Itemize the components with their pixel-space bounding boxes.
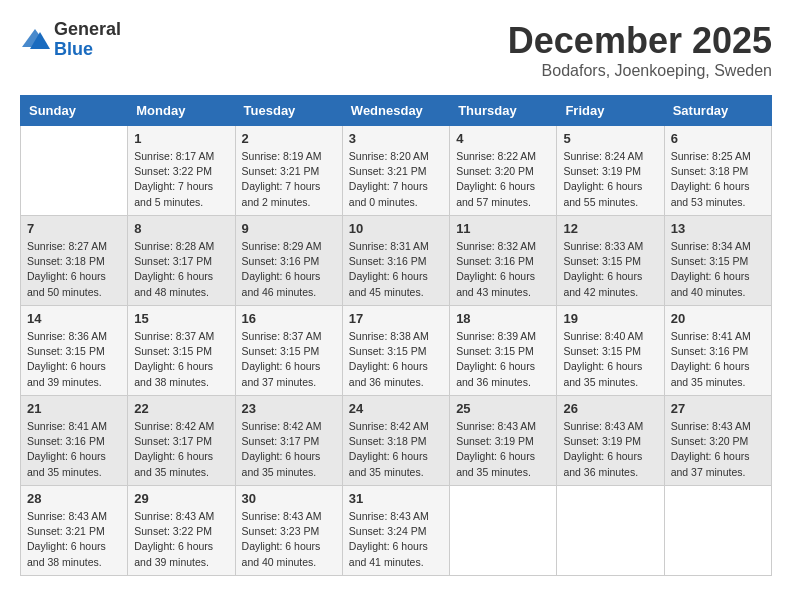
calendar-cell: 21Sunrise: 8:41 AM Sunset: 3:16 PM Dayli… bbox=[21, 396, 128, 486]
day-info: Sunrise: 8:42 AM Sunset: 3:17 PM Dayligh… bbox=[134, 419, 228, 480]
calendar-cell: 31Sunrise: 8:43 AM Sunset: 3:24 PM Dayli… bbox=[342, 486, 449, 576]
day-info: Sunrise: 8:36 AM Sunset: 3:15 PM Dayligh… bbox=[27, 329, 121, 390]
calendar-cell: 17Sunrise: 8:38 AM Sunset: 3:15 PM Dayli… bbox=[342, 306, 449, 396]
calendar-cell: 16Sunrise: 8:37 AM Sunset: 3:15 PM Dayli… bbox=[235, 306, 342, 396]
calendar-cell: 30Sunrise: 8:43 AM Sunset: 3:23 PM Dayli… bbox=[235, 486, 342, 576]
calendar-cell: 11Sunrise: 8:32 AM Sunset: 3:16 PM Dayli… bbox=[450, 216, 557, 306]
calendar-cell: 22Sunrise: 8:42 AM Sunset: 3:17 PM Dayli… bbox=[128, 396, 235, 486]
month-title: December 2025 bbox=[508, 20, 772, 62]
day-header-tuesday: Tuesday bbox=[235, 96, 342, 126]
calendar-cell bbox=[557, 486, 664, 576]
day-number: 10 bbox=[349, 221, 443, 236]
day-header-friday: Friday bbox=[557, 96, 664, 126]
day-info: Sunrise: 8:31 AM Sunset: 3:16 PM Dayligh… bbox=[349, 239, 443, 300]
calendar-cell: 25Sunrise: 8:43 AM Sunset: 3:19 PM Dayli… bbox=[450, 396, 557, 486]
day-number: 17 bbox=[349, 311, 443, 326]
day-info: Sunrise: 8:27 AM Sunset: 3:18 PM Dayligh… bbox=[27, 239, 121, 300]
day-number: 14 bbox=[27, 311, 121, 326]
day-info: Sunrise: 8:19 AM Sunset: 3:21 PM Dayligh… bbox=[242, 149, 336, 210]
day-number: 22 bbox=[134, 401, 228, 416]
day-info: Sunrise: 8:37 AM Sunset: 3:15 PM Dayligh… bbox=[134, 329, 228, 390]
calendar-cell: 27Sunrise: 8:43 AM Sunset: 3:20 PM Dayli… bbox=[664, 396, 771, 486]
day-number: 21 bbox=[27, 401, 121, 416]
day-number: 29 bbox=[134, 491, 228, 506]
day-number: 16 bbox=[242, 311, 336, 326]
day-info: Sunrise: 8:37 AM Sunset: 3:15 PM Dayligh… bbox=[242, 329, 336, 390]
day-info: Sunrise: 8:43 AM Sunset: 3:20 PM Dayligh… bbox=[671, 419, 765, 480]
day-number: 2 bbox=[242, 131, 336, 146]
day-number: 30 bbox=[242, 491, 336, 506]
calendar-header-row: SundayMondayTuesdayWednesdayThursdayFrid… bbox=[21, 96, 772, 126]
logo-text: General Blue bbox=[54, 20, 121, 60]
calendar-cell: 6Sunrise: 8:25 AM Sunset: 3:18 PM Daylig… bbox=[664, 126, 771, 216]
calendar-cell: 13Sunrise: 8:34 AM Sunset: 3:15 PM Dayli… bbox=[664, 216, 771, 306]
day-number: 25 bbox=[456, 401, 550, 416]
calendar-cell bbox=[21, 126, 128, 216]
day-info: Sunrise: 8:29 AM Sunset: 3:16 PM Dayligh… bbox=[242, 239, 336, 300]
calendar-week-row: 21Sunrise: 8:41 AM Sunset: 3:16 PM Dayli… bbox=[21, 396, 772, 486]
day-info: Sunrise: 8:42 AM Sunset: 3:18 PM Dayligh… bbox=[349, 419, 443, 480]
day-number: 11 bbox=[456, 221, 550, 236]
calendar-cell: 28Sunrise: 8:43 AM Sunset: 3:21 PM Dayli… bbox=[21, 486, 128, 576]
location: Bodafors, Joenkoeping, Sweden bbox=[508, 62, 772, 80]
day-info: Sunrise: 8:43 AM Sunset: 3:24 PM Dayligh… bbox=[349, 509, 443, 570]
day-number: 20 bbox=[671, 311, 765, 326]
calendar-cell: 8Sunrise: 8:28 AM Sunset: 3:17 PM Daylig… bbox=[128, 216, 235, 306]
day-number: 19 bbox=[563, 311, 657, 326]
day-number: 23 bbox=[242, 401, 336, 416]
calendar-cell: 3Sunrise: 8:20 AM Sunset: 3:21 PM Daylig… bbox=[342, 126, 449, 216]
day-number: 12 bbox=[563, 221, 657, 236]
day-info: Sunrise: 8:43 AM Sunset: 3:19 PM Dayligh… bbox=[456, 419, 550, 480]
logo: General Blue bbox=[20, 20, 121, 60]
day-number: 26 bbox=[563, 401, 657, 416]
calendar-cell: 12Sunrise: 8:33 AM Sunset: 3:15 PM Dayli… bbox=[557, 216, 664, 306]
day-info: Sunrise: 8:42 AM Sunset: 3:17 PM Dayligh… bbox=[242, 419, 336, 480]
calendar-cell: 7Sunrise: 8:27 AM Sunset: 3:18 PM Daylig… bbox=[21, 216, 128, 306]
day-number: 4 bbox=[456, 131, 550, 146]
day-info: Sunrise: 8:41 AM Sunset: 3:16 PM Dayligh… bbox=[671, 329, 765, 390]
day-info: Sunrise: 8:43 AM Sunset: 3:21 PM Dayligh… bbox=[27, 509, 121, 570]
calendar-cell: 15Sunrise: 8:37 AM Sunset: 3:15 PM Dayli… bbox=[128, 306, 235, 396]
calendar-cell: 29Sunrise: 8:43 AM Sunset: 3:22 PM Dayli… bbox=[128, 486, 235, 576]
logo-blue-text: Blue bbox=[54, 40, 121, 60]
calendar-week-row: 14Sunrise: 8:36 AM Sunset: 3:15 PM Dayli… bbox=[21, 306, 772, 396]
day-info: Sunrise: 8:39 AM Sunset: 3:15 PM Dayligh… bbox=[456, 329, 550, 390]
day-number: 1 bbox=[134, 131, 228, 146]
logo-icon bbox=[20, 27, 50, 52]
day-header-thursday: Thursday bbox=[450, 96, 557, 126]
day-number: 7 bbox=[27, 221, 121, 236]
day-number: 9 bbox=[242, 221, 336, 236]
day-header-wednesday: Wednesday bbox=[342, 96, 449, 126]
calendar-cell: 10Sunrise: 8:31 AM Sunset: 3:16 PM Dayli… bbox=[342, 216, 449, 306]
day-info: Sunrise: 8:34 AM Sunset: 3:15 PM Dayligh… bbox=[671, 239, 765, 300]
calendar-cell: 9Sunrise: 8:29 AM Sunset: 3:16 PM Daylig… bbox=[235, 216, 342, 306]
day-number: 24 bbox=[349, 401, 443, 416]
day-info: Sunrise: 8:41 AM Sunset: 3:16 PM Dayligh… bbox=[27, 419, 121, 480]
calendar-cell: 26Sunrise: 8:43 AM Sunset: 3:19 PM Dayli… bbox=[557, 396, 664, 486]
day-info: Sunrise: 8:43 AM Sunset: 3:22 PM Dayligh… bbox=[134, 509, 228, 570]
day-info: Sunrise: 8:17 AM Sunset: 3:22 PM Dayligh… bbox=[134, 149, 228, 210]
day-number: 8 bbox=[134, 221, 228, 236]
day-number: 31 bbox=[349, 491, 443, 506]
day-header-monday: Monday bbox=[128, 96, 235, 126]
day-info: Sunrise: 8:28 AM Sunset: 3:17 PM Dayligh… bbox=[134, 239, 228, 300]
day-info: Sunrise: 8:38 AM Sunset: 3:15 PM Dayligh… bbox=[349, 329, 443, 390]
day-info: Sunrise: 8:25 AM Sunset: 3:18 PM Dayligh… bbox=[671, 149, 765, 210]
calendar-cell: 4Sunrise: 8:22 AM Sunset: 3:20 PM Daylig… bbox=[450, 126, 557, 216]
day-info: Sunrise: 8:33 AM Sunset: 3:15 PM Dayligh… bbox=[563, 239, 657, 300]
calendar-cell: 1Sunrise: 8:17 AM Sunset: 3:22 PM Daylig… bbox=[128, 126, 235, 216]
title-section: December 2025 Bodafors, Joenkoeping, Swe… bbox=[508, 20, 772, 80]
calendar-cell: 24Sunrise: 8:42 AM Sunset: 3:18 PM Dayli… bbox=[342, 396, 449, 486]
day-number: 5 bbox=[563, 131, 657, 146]
day-info: Sunrise: 8:43 AM Sunset: 3:19 PM Dayligh… bbox=[563, 419, 657, 480]
day-number: 15 bbox=[134, 311, 228, 326]
day-info: Sunrise: 8:32 AM Sunset: 3:16 PM Dayligh… bbox=[456, 239, 550, 300]
calendar-cell: 23Sunrise: 8:42 AM Sunset: 3:17 PM Dayli… bbox=[235, 396, 342, 486]
calendar-week-row: 7Sunrise: 8:27 AM Sunset: 3:18 PM Daylig… bbox=[21, 216, 772, 306]
day-number: 6 bbox=[671, 131, 765, 146]
logo-general-text: General bbox=[54, 20, 121, 40]
day-info: Sunrise: 8:20 AM Sunset: 3:21 PM Dayligh… bbox=[349, 149, 443, 210]
day-info: Sunrise: 8:24 AM Sunset: 3:19 PM Dayligh… bbox=[563, 149, 657, 210]
calendar-cell bbox=[450, 486, 557, 576]
calendar-week-row: 28Sunrise: 8:43 AM Sunset: 3:21 PM Dayli… bbox=[21, 486, 772, 576]
